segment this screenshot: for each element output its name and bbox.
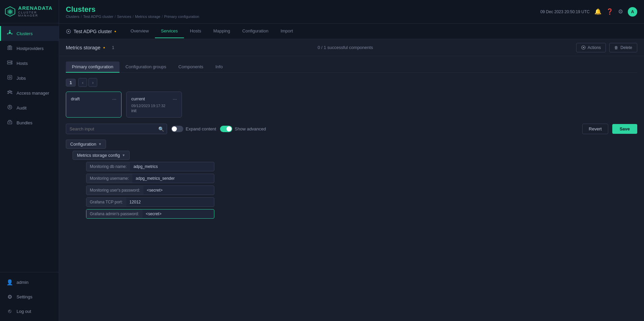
sidebar-item-label-audit: Audit bbox=[17, 105, 27, 110]
version-badge: 1 bbox=[66, 79, 76, 87]
svg-rect-22 bbox=[8, 75, 12, 79]
sidebar-bottom: 👤 admin ⚙ Settings ⎋ Log out bbox=[0, 272, 59, 321]
config-card-draft[interactable]: draft ··· bbox=[66, 92, 122, 118]
config-card-current-label: init bbox=[131, 108, 177, 113]
sidebar-item-bundles[interactable]: Bundles bbox=[0, 115, 59, 130]
tab-mapping[interactable]: Mapping bbox=[207, 24, 236, 38]
tab-configuration[interactable]: Configuration bbox=[236, 24, 274, 38]
sidebar-item-label-hosts: Hosts bbox=[17, 61, 28, 66]
breadcrumb-cluster[interactable]: Test ADPG cluster bbox=[83, 15, 113, 19]
config-subgroup: Metrics storage config ▼ Monitoring db n… bbox=[73, 151, 637, 219]
tree-item-grafana-port-label: Grafana TCP port: bbox=[86, 198, 126, 206]
logout-icon: ⎋ bbox=[6, 308, 13, 314]
bundles-icon bbox=[6, 119, 13, 126]
sidebar-item-label-jobs: Jobs bbox=[17, 76, 26, 81]
tab-hosts[interactable]: Hosts bbox=[184, 24, 207, 38]
notifications-icon[interactable]: 🔔 bbox=[594, 8, 601, 15]
delete-button[interactable]: 🗑 Delete bbox=[609, 43, 637, 52]
config-card-current-menu[interactable]: ··· bbox=[172, 96, 177, 102]
main-content: Clusters Clusters / Test ADPG cluster / … bbox=[59, 0, 644, 321]
breadcrumb-metrics[interactable]: Metrics storage bbox=[135, 15, 160, 19]
cluster-tabbar: Test ADPG cluster ● Overview Services Ho… bbox=[59, 24, 644, 39]
logo-icon bbox=[5, 5, 16, 18]
sidebar-item-settings[interactable]: ⚙ Settings bbox=[0, 290, 59, 304]
cluster-name: Test ADPG cluster ● bbox=[66, 29, 116, 34]
svg-rect-11 bbox=[10, 46, 12, 48]
breadcrumb-services[interactable]: Services bbox=[117, 15, 131, 19]
audit-icon bbox=[6, 104, 13, 111]
expand-content-toggle[interactable]: Expand content bbox=[171, 126, 216, 132]
tab-services[interactable]: Services bbox=[155, 24, 184, 38]
show-advanced-toggle[interactable]: Show advanced bbox=[220, 126, 266, 132]
svg-marker-35 bbox=[583, 47, 585, 48]
version-next-button[interactable]: › bbox=[88, 78, 97, 87]
sidebar-item-logout[interactable]: ⎋ Log out bbox=[0, 304, 59, 318]
sidebar-item-clusters[interactable]: Clusters bbox=[0, 26, 59, 41]
config-group: Configuration ▼ Metrics storage config ▼… bbox=[66, 140, 637, 219]
config-group-label: Configuration bbox=[70, 142, 96, 147]
jobs-icon bbox=[6, 75, 13, 81]
show-advanced-switch[interactable] bbox=[220, 126, 232, 132]
config-card-current-date: 09/12/2023 19:17:32 bbox=[131, 104, 177, 108]
sidebar-item-hosts[interactable]: Hosts bbox=[0, 56, 59, 71]
breadcrumb-clusters[interactable]: Clusters bbox=[66, 15, 79, 19]
version-prev-button[interactable]: ‹ bbox=[78, 78, 87, 87]
expand-content-switch[interactable] bbox=[171, 126, 183, 132]
sidebar-item-label-logout: Log out bbox=[17, 309, 31, 314]
sub-tab-primary-config[interactable]: Primary configuration bbox=[66, 61, 119, 73]
service-actions-area: Actions 🗑 Delete bbox=[576, 43, 637, 52]
svg-point-28 bbox=[9, 106, 10, 108]
sidebar-item-hostproviders[interactable]: Hostproviders bbox=[0, 41, 59, 56]
config-card-current-title: current bbox=[131, 96, 145, 101]
sidebar-item-access-manager[interactable]: Access manager bbox=[0, 85, 59, 100]
tab-import[interactable]: Import bbox=[274, 24, 299, 38]
search-input[interactable] bbox=[66, 124, 167, 134]
config-subgroup-header[interactable]: Metrics storage config ▼ bbox=[73, 151, 130, 160]
show-advanced-label: Show advanced bbox=[235, 126, 266, 131]
sidebar-item-audit[interactable]: Audit bbox=[0, 100, 59, 115]
help-icon[interactable]: ❓ bbox=[606, 8, 613, 15]
config-card-draft-menu[interactable]: ··· bbox=[112, 96, 116, 102]
avatar[interactable]: A bbox=[628, 7, 637, 17]
config-card-current-header: current ··· bbox=[131, 96, 177, 102]
sub-tab-components[interactable]: Components bbox=[172, 61, 210, 73]
sub-tab-info[interactable]: Info bbox=[209, 61, 229, 73]
tree-item-monitoring-password[interactable]: Monitoring user's password: <secret> bbox=[86, 186, 214, 195]
tree-item-monitoring-user-value: adpg_metrics_sender bbox=[132, 174, 178, 183]
svg-line-9 bbox=[8, 33, 9, 34]
config-group-header[interactable]: Configuration ▼ bbox=[66, 140, 106, 149]
svg-point-20 bbox=[11, 61, 11, 62]
tab-overview[interactable]: Overview bbox=[125, 24, 155, 38]
cluster-name-label: Test ADPG cluster bbox=[74, 29, 112, 34]
sidebar: ARENADATA CLUSTER MANAGER Clusters bbox=[0, 0, 59, 321]
config-card-current[interactable]: current ··· 09/12/2023 19:17:32 init bbox=[126, 92, 182, 118]
tree-item-monitoring-password-value: <secret> bbox=[143, 186, 166, 195]
sidebar-item-jobs[interactable]: Jobs bbox=[0, 71, 59, 85]
expand-content-knob bbox=[172, 126, 177, 131]
svg-point-21 bbox=[11, 63, 11, 64]
tree-item-grafana-port[interactable]: Grafana TCP port: 12012 bbox=[86, 197, 214, 207]
sidebar-item-admin[interactable]: 👤 admin bbox=[0, 275, 59, 290]
revert-button[interactable]: Revert bbox=[582, 124, 608, 134]
sub-tab-config-groups[interactable]: Configuration groups bbox=[119, 61, 172, 73]
sidebar-nav: Clusters Hostproviders bbox=[0, 23, 59, 272]
config-tree-items: Monitoring db name: adpg_metrics Monitor… bbox=[86, 162, 637, 219]
tree-item-grafana-port-value: 12012 bbox=[126, 198, 144, 206]
admin-icon: 👤 bbox=[6, 279, 13, 286]
tree-item-monitoring-db-value: adpg_metrics bbox=[130, 162, 161, 171]
logo-text: ARENADATA CLUSTER MANAGER bbox=[18, 5, 54, 18]
svg-rect-12 bbox=[8, 48, 9, 50]
config-cards: draft ··· current ··· 09/12/2023 19:17:3… bbox=[66, 92, 637, 118]
sidebar-item-label-clusters: Clusters bbox=[17, 31, 33, 36]
sidebar-item-label-settings: Settings bbox=[17, 294, 32, 299]
gear-icon[interactable]: ⚙ bbox=[618, 8, 623, 15]
tree-item-grafana-admin-password-label: Grafana admin's password: bbox=[86, 209, 142, 218]
tree-item-grafana-admin-password[interactable]: Grafana admin's password: <secret> bbox=[86, 209, 214, 219]
tree-item-monitoring-password-label: Monitoring user's password: bbox=[86, 186, 143, 195]
tree-item-monitoring-db[interactable]: Monitoring db name: adpg_metrics bbox=[86, 162, 214, 171]
save-button[interactable]: Save bbox=[612, 124, 637, 134]
actions-button[interactable]: Actions bbox=[576, 43, 606, 52]
config-subgroup-chevron: ▼ bbox=[122, 153, 125, 157]
tree-item-monitoring-user[interactable]: Monitoring username: adpg_metrics_sender bbox=[86, 174, 214, 183]
hostproviders-icon bbox=[6, 45, 13, 52]
